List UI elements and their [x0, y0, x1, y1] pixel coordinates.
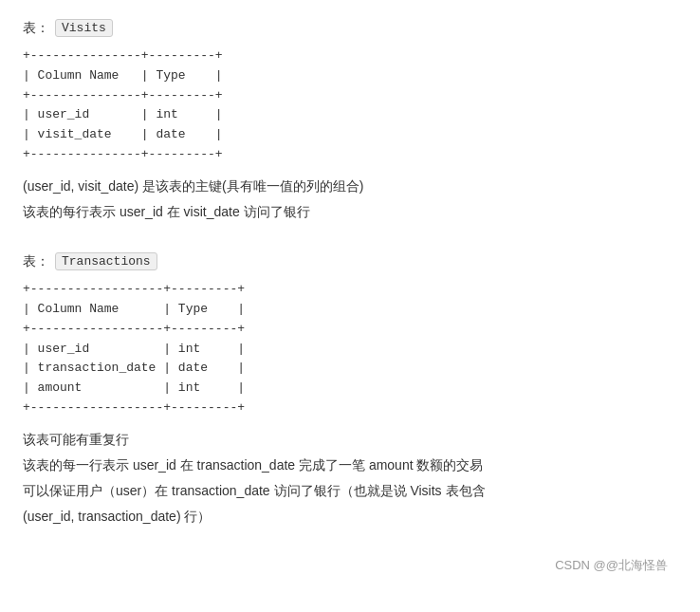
visits-table-label: 表： Visits	[23, 19, 677, 37]
transactions-table-name: Transactions	[55, 252, 157, 270]
transactions-schema: +------------------+---------+ | Column …	[23, 280, 677, 418]
visits-description: (user_id, visit_date) 是该表的主键(具有唯一值的列的组合)…	[23, 175, 677, 224]
transactions-description: 该表可能有重复行 该表的每一行表示 user_id 在 transaction_…	[23, 428, 677, 529]
visits-label-prefix: 表：	[23, 20, 49, 37]
visits-table-name: Visits	[55, 19, 113, 37]
visits-desc-2: 该表的每行表示 user_id 在 visit_date 访问了银行	[23, 200, 677, 224]
transactions-desc-2: 该表的每一行表示 user_id 在 transaction_date 完成了一…	[23, 454, 677, 477]
visits-desc-1: (user_id, visit_date) 是该表的主键(具有唯一值的列的组合)	[23, 175, 677, 198]
transactions-desc-4: (user_id, transaction_date) 行）	[23, 505, 677, 529]
footer: CSDN @@北海怪兽	[23, 557, 677, 574]
visits-section: 表： Visits +---------------+---------+ | …	[23, 19, 677, 224]
transactions-desc-3: 可以保证用户（user）在 transaction_date 访问了银行（也就是…	[23, 479, 677, 503]
transactions-table-label: 表： Transactions	[23, 252, 677, 270]
footer-text: CSDN @@北海怪兽	[555, 558, 668, 572]
visits-schema: +---------------+---------+ | Column Nam…	[23, 46, 677, 165]
transactions-label-prefix: 表：	[23, 253, 49, 270]
transactions-section: 表： Transactions +------------------+----…	[23, 252, 677, 529]
transactions-desc-1: 该表可能有重复行	[23, 428, 677, 452]
